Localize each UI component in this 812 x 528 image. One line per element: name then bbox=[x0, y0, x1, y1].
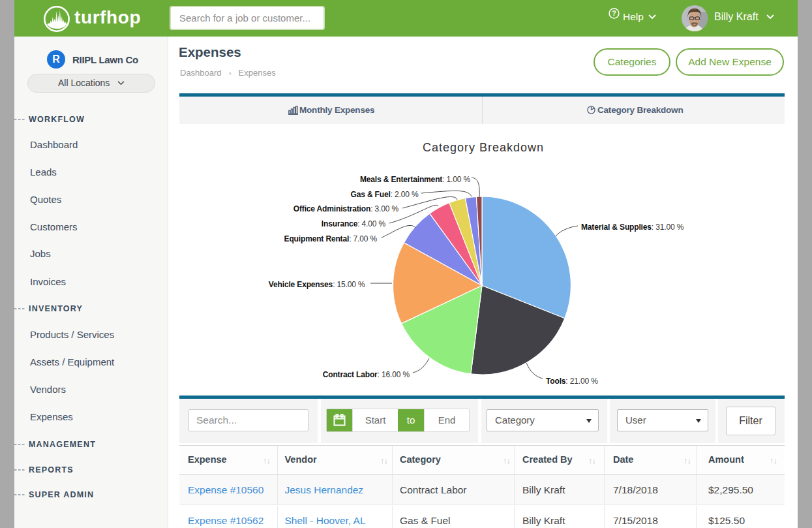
svg-text:?: ? bbox=[612, 9, 616, 17]
svg-text:Gas & Fuel: 2.00 %: Gas & Fuel: 2.00 % bbox=[350, 190, 418, 199]
svg-text:Equipment Rental: 7.00 %: Equipment Rental: 7.00 % bbox=[284, 234, 378, 243]
svg-text:Vehicle Expenses: 15.00 %: Vehicle Expenses: 15.00 % bbox=[269, 280, 365, 289]
svg-text:Contract Labor: 16.00 %: Contract Labor: 16.00 % bbox=[323, 370, 410, 379]
svg-text:Office Administration: 3.00 %: Office Administration: 3.00 % bbox=[293, 204, 399, 213]
svg-text:Tools: 21.00 %: Tools: 21.00 % bbox=[546, 377, 598, 386]
svg-text:Insurance: 4.00 %: Insurance: 4.00 % bbox=[322, 219, 386, 228]
svg-text:Material & Supplies: 31.00 %: Material & Supplies: 31.00 % bbox=[581, 223, 684, 232]
svg-text:Meals & Entertainment: 1.00 %: Meals & Entertainment: 1.00 % bbox=[360, 175, 471, 184]
